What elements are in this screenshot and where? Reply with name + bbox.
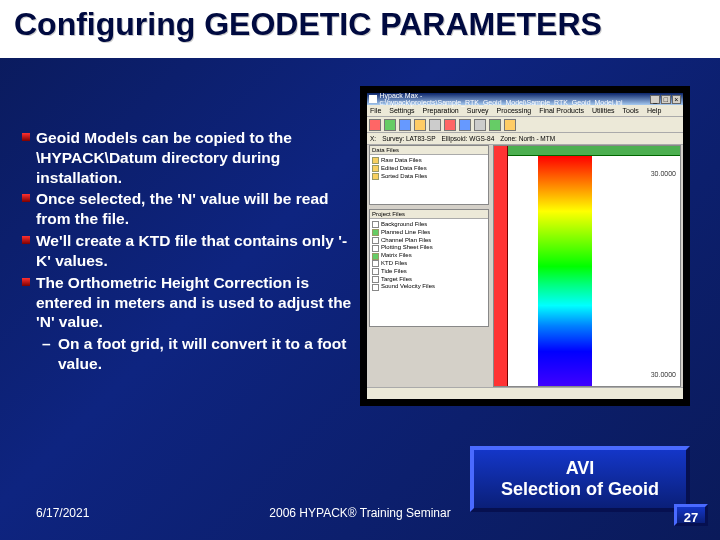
menu-item[interactable]: Utilities — [592, 107, 615, 114]
menu-item[interactable]: Preparation — [423, 107, 459, 114]
ruler-horizontal — [508, 146, 680, 156]
tree-item[interactable]: Raw Data Files — [372, 157, 486, 165]
tree-label: Matrix Files — [381, 252, 412, 260]
bullet-list: Geoid Models can be copied to the \HYPAC… — [22, 128, 352, 376]
left-panes: Data Files Raw Data Files Edited Data Fi… — [369, 145, 489, 387]
tree-item[interactable]: KTD Files — [372, 260, 486, 268]
toolbar-icon[interactable] — [504, 119, 516, 131]
tree-label: Raw Data Files — [381, 157, 422, 165]
menu-item[interactable]: Survey — [467, 107, 489, 114]
menu-item[interactable]: File — [370, 107, 381, 114]
tree-item[interactable]: Edited Data Files — [372, 165, 486, 173]
close-button[interactable]: × — [672, 95, 682, 104]
toolbar — [367, 117, 683, 133]
bullet-item: The Orthometric Height Correction is ent… — [22, 273, 352, 374]
footer-center: 2006 HYPACK® Training Seminar — [269, 506, 450, 520]
bullet-text: We'll create a KTD file that contains on… — [36, 232, 347, 269]
app-screenshot: Hypack Max - c:\hypack\projects\Sample_R… — [360, 86, 690, 406]
bullet-text: Once selected, the 'N' value will be rea… — [36, 190, 329, 227]
ruler-vertical — [494, 146, 508, 386]
toolbar-icon[interactable] — [399, 119, 411, 131]
window-title: Hypack Max - c:\hypack\projects\Sample_R… — [380, 92, 650, 106]
bullet-text: The Orthometric Height Correction is ent… — [36, 274, 351, 331]
tree-label: Background Files — [381, 221, 427, 229]
sub-bullet: On a foot grid, it will convert it to a … — [36, 334, 352, 374]
tree-label: Edited Data Files — [381, 165, 427, 173]
tree-item[interactable]: Sorted Data Files — [372, 173, 486, 181]
app-icon — [369, 95, 377, 103]
tree-item[interactable]: Background Files — [372, 221, 486, 229]
info-cell: Zone: North - MTM — [500, 135, 555, 142]
window-body: Data Files Raw Data Files Edited Data Fi… — [367, 145, 683, 387]
tree-item[interactable]: Tide Files — [372, 268, 486, 276]
info-row: X: Survey: LAT83-SP Ellipsoid: WGS-84 Zo… — [367, 133, 683, 145]
avi-line2: Selection of Geoid — [478, 479, 682, 500]
toolbar-icon[interactable] — [489, 119, 501, 131]
tree-item[interactable]: Target Files — [372, 276, 486, 284]
tree-item[interactable]: Sound Velocity Files — [372, 283, 486, 291]
menu-item[interactable]: Processing — [497, 107, 532, 114]
tree-item[interactable]: Matrix Files — [372, 252, 486, 260]
info-cell: Survey: LAT83-SP — [382, 135, 435, 142]
footer-date: 6/17/2021 — [36, 506, 89, 520]
project-files-pane: Project Files Background Files Planned L… — [369, 209, 489, 327]
pane-title: Data Files — [370, 146, 488, 155]
window-frame: Hypack Max - c:\hypack\projects\Sample_R… — [367, 93, 683, 399]
toolbar-icon[interactable] — [444, 119, 456, 131]
tree-label: Channel Plan Files — [381, 237, 431, 245]
menu-item[interactable]: Help — [647, 107, 661, 114]
tree-label: Sound Velocity Files — [381, 283, 435, 291]
map-canvas[interactable]: 30.0000 30.0000 53.0000 — [508, 156, 680, 386]
bullet-item: Once selected, the 'N' value will be rea… — [22, 189, 352, 229]
info-cell: X: — [370, 135, 376, 142]
toolbar-icon[interactable] — [429, 119, 441, 131]
toolbar-icon[interactable] — [414, 119, 426, 131]
tree-item[interactable]: Channel Plan Files — [372, 237, 486, 245]
tree-label: Plotting Sheet Files — [381, 244, 433, 252]
data-files-pane: Data Files Raw Data Files Edited Data Fi… — [369, 145, 489, 205]
minimize-button[interactable]: _ — [650, 95, 660, 104]
slide-content: Geoid Models can be copied to the \HYPAC… — [0, 86, 720, 540]
toolbar-icon[interactable] — [474, 119, 486, 131]
bullet-text: Geoid Models can be copied to the \HYPAC… — [36, 129, 292, 186]
menu-bar: File Settings Preparation Survey Process… — [367, 105, 683, 117]
page-number: 27 — [674, 504, 708, 526]
maximize-button[interactable]: □ — [661, 95, 671, 104]
sub-bullet-text: On a foot grid, it will convert it to a … — [58, 335, 346, 372]
slide-title: Configuring GEODETIC PARAMETERS — [0, 0, 720, 58]
map-area[interactable]: 30.0000 30.0000 53.0000 — [493, 145, 681, 387]
tree-label: Sorted Data Files — [381, 173, 427, 181]
bullet-item: We'll create a KTD file that contains on… — [22, 231, 352, 271]
info-cell: Ellipsoid: WGS-84 — [442, 135, 495, 142]
tree-label: Tide Files — [381, 268, 407, 276]
window-titlebar: Hypack Max - c:\hypack\projects\Sample_R… — [367, 93, 683, 105]
tree-label: KTD Files — [381, 260, 407, 268]
menu-item[interactable]: Final Products — [539, 107, 584, 114]
toolbar-icon[interactable] — [459, 119, 471, 131]
tree-label: Target Files — [381, 276, 412, 284]
scale-label: 30.0000 — [651, 371, 676, 378]
toolbar-icon[interactable] — [384, 119, 396, 131]
menu-item[interactable]: Settings — [389, 107, 414, 114]
menu-item[interactable]: Tools — [623, 107, 639, 114]
status-bar — [367, 387, 683, 399]
toolbar-icon[interactable] — [369, 119, 381, 131]
avi-selection-button[interactable]: AVI Selection of Geoid — [470, 446, 690, 512]
bullet-item: Geoid Models can be copied to the \HYPAC… — [22, 128, 352, 187]
pane-title: Project Files — [370, 210, 488, 219]
scale-label: 30.0000 — [651, 170, 676, 177]
avi-line1: AVI — [478, 458, 682, 479]
tree-label: Planned Line Files — [381, 229, 430, 237]
tree-item[interactable]: Plotting Sheet Files — [372, 244, 486, 252]
tree-item[interactable]: Planned Line Files — [372, 229, 486, 237]
color-scale — [538, 156, 592, 386]
